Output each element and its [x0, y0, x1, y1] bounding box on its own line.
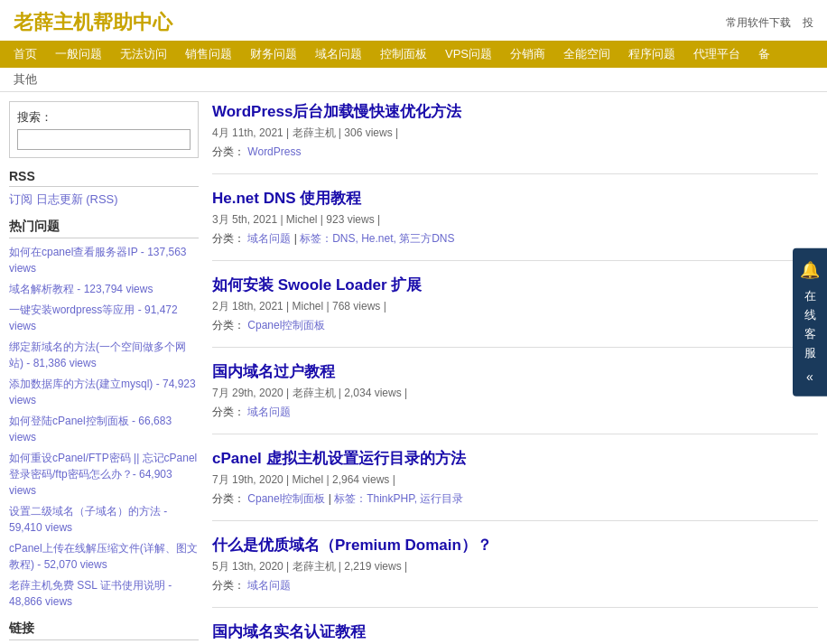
article: WordPress后台加载慢快速优化方法4月 11th, 2021 | 老薛主机…	[212, 101, 818, 174]
article: 如何安装 Swoole Loader 扩展2月 18th, 2021 | Mic…	[212, 275, 818, 348]
nav-item[interactable]: 一般问题	[46, 41, 111, 68]
article-title: cPanel 虚拟主机设置运行目录的方法	[212, 448, 818, 469]
hot-item-link[interactable]: cPanel上传在线解压缩文件(详解、图文教程) - 52,070 views	[9, 542, 198, 571]
nav-item[interactable]: 无法访问	[111, 41, 176, 68]
article-title: WordPress后台加载慢快速优化方法	[212, 101, 818, 122]
article-category: 分类： WordPress	[212, 145, 818, 160]
article: 国内域名实名认证教程5月 13th, 2020 | 老薛主机 | 4,857 v…	[212, 621, 818, 644]
article-title: 什么是优质域名（Premium Domain）？	[212, 535, 818, 555]
nav-item[interactable]: 财务问题	[241, 41, 306, 68]
hot-item-link[interactable]: 如何在cpanel查看服务器IP - 137,563 views	[9, 246, 187, 275]
hot-item: 如何在cpanel查看服务器IP - 137,563 views	[9, 244, 199, 276]
subnav-other-link[interactable]: 其他	[14, 72, 37, 86]
article-meta: 7月 19th, 2020 | Michel | 2,964 views |	[212, 472, 818, 488]
article-title-link[interactable]: WordPress后台加载慢快速优化方法	[212, 103, 461, 120]
header-links: 常用软件下载 投	[717, 15, 813, 31]
cat-link[interactable]: Cpanel控制面板	[247, 319, 325, 331]
article-meta: 2月 18th, 2021 | Michel | 768 views |	[212, 299, 818, 314]
nav-item[interactable]: 全能空间	[554, 41, 619, 68]
links-title: 链接	[9, 621, 199, 640]
article-category: 分类： Cpanel控制面板	[212, 318, 818, 333]
article-category: 分类： 域名问题	[212, 578, 818, 593]
rss-link: 订阅 日志更新 (RSS)	[9, 191, 199, 208]
bell-icon: 🔔	[797, 257, 822, 283]
article: 什么是优质域名（Premium Domain）？5月 13th, 2020 | …	[212, 535, 818, 608]
hot-item-link[interactable]: 添加数据库的方法(建立mysql) - 74,923 views	[9, 378, 196, 406]
nav-item[interactable]: 代理平台	[684, 41, 749, 68]
article-meta: 7月 29th, 2020 | 老薛主机 | 2,034 views |	[212, 386, 818, 401]
hot-item: 老薛主机免费 SSL 证书使用说明 - 48,866 views	[9, 577, 199, 610]
subnav: 其他	[0, 68, 827, 92]
rss-section: RSS 订阅 日志更新 (RSS)	[9, 169, 199, 208]
tags-label: 标签：	[334, 492, 367, 505]
article: He.net DNS 使用教程3月 5th, 2021 | Michel | 9…	[212, 188, 818, 261]
search-section: 搜索：	[9, 101, 199, 158]
article-title: He.net DNS 使用教程	[212, 188, 818, 209]
tags-value: ThinkPHP, 运行目录	[367, 492, 463, 505]
article-meta: 3月 5th, 2021 | Michel | 923 views |	[212, 212, 818, 228]
hot-item-link[interactable]: 如何登陆cPanel控制面板 - 66,683 views	[9, 415, 172, 443]
collapse-arrow-icon: «	[797, 367, 822, 387]
hot-item-link[interactable]: 设置二级域名（子域名）的方法 - 59,410 views	[9, 505, 167, 534]
nav-item[interactable]: 销售问题	[176, 41, 241, 68]
nav-item[interactable]: 备	[749, 41, 779, 68]
navbar: 首页一般问题无法访问销售问题财务问题域名问题控制面板VPS问题分销商全能空间程序…	[0, 41, 827, 68]
float-customer-service[interactable]: 🔔 在线客服 «	[793, 247, 827, 396]
article-title: 国内域名过户教程	[212, 361, 818, 382]
software-download-link[interactable]: 常用软件下载	[726, 16, 791, 29]
rss-title: RSS	[9, 169, 199, 187]
main-layout: 搜索： RSS 订阅 日志更新 (RSS) 热门问题 如何在cpanel查看服务…	[0, 92, 827, 644]
article-title-link[interactable]: 什么是优质域名（Premium Domain）？	[212, 537, 492, 554]
hot-item-link[interactable]: 域名解析教程 - 123,794 views	[9, 283, 153, 295]
nav-item[interactable]: 分销商	[501, 41, 554, 68]
cat-link[interactable]: 域名问题	[247, 232, 291, 245]
article-title-link[interactable]: 国内域名实名认证教程	[212, 623, 366, 640]
nav-item[interactable]: 域名问题	[306, 41, 371, 68]
tags-label: 标签：	[300, 232, 332, 245]
hot-item: cPanel上传在线解压缩文件(详解、图文教程) - 52,070 views	[9, 540, 199, 573]
article-title-link[interactable]: 国内域名过户教程	[212, 363, 335, 380]
article-title-link[interactable]: 如何安装 Swoole Loader 扩展	[212, 276, 422, 294]
contribute-link[interactable]: 投	[803, 16, 813, 29]
hot-section-title: 热门问题	[9, 219, 199, 238]
cat-link[interactable]: Cpanel控制面板	[247, 492, 325, 505]
article-title-link[interactable]: cPanel 虚拟主机设置运行目录的方法	[212, 450, 466, 467]
header: 老薛主机帮助中心 常用软件下载 投	[0, 0, 827, 41]
site-title: 老薛主机帮助中心	[14, 9, 172, 36]
hot-items-list: 如何在cpanel查看服务器IP - 137,563 views域名解析教程 -…	[9, 244, 199, 610]
hot-item: 如何登陆cPanel控制面板 - 66,683 views	[9, 413, 199, 445]
hot-item: 添加数据库的方法(建立mysql) - 74,923 views	[9, 376, 199, 408]
hot-item-link[interactable]: 一键安装wordpress等应用 - 91,472 views	[9, 303, 178, 332]
cs-text: 在线客服	[804, 289, 816, 359]
articles-list: WordPress后台加载慢快速优化方法4月 11th, 2021 | 老薛主机…	[212, 101, 818, 644]
article-meta: 5月 13th, 2020 | 老薛主机 | 2,219 views |	[212, 559, 818, 574]
nav-item[interactable]: VPS问题	[436, 41, 501, 68]
cat-link[interactable]: 域名问题	[247, 579, 291, 592]
cat-link[interactable]: WordPress	[247, 145, 301, 158]
hot-item: 绑定新域名的方法(一个空间做多个网站) - 81,386 views	[9, 339, 199, 371]
hot-section: 热门问题 如何在cpanel查看服务器IP - 137,563 views域名解…	[9, 219, 199, 610]
article-category: 分类： Cpanel控制面板 | 标签：ThinkPHP, 运行目录	[212, 491, 818, 507]
hot-item: 设置二级域名（子域名）的方法 - 59,410 views	[9, 503, 199, 536]
article-title-link[interactable]: He.net DNS 使用教程	[212, 190, 361, 207]
sidebar: 搜索： RSS 订阅 日志更新 (RSS) 热门问题 如何在cpanel查看服务…	[9, 101, 199, 644]
hot-item-link[interactable]: 如何重设cPanel/FTP密码 || 忘记cPanel登录密码/ftp密码怎么…	[9, 452, 197, 497]
hot-item: 域名解析教程 - 123,794 views	[9, 281, 199, 297]
rss-subscribe-link[interactable]: 订阅 日志更新 (RSS)	[9, 192, 118, 206]
article-title: 如何安装 Swoole Loader 扩展	[212, 275, 818, 295]
cat-link[interactable]: 域名问题	[247, 406, 291, 418]
links-section: 链接	[9, 621, 199, 640]
nav-item[interactable]: 首页	[5, 41, 46, 68]
article: 国内域名过户教程7月 29th, 2020 | 老薛主机 | 2,034 vie…	[212, 361, 818, 434]
content-area: WordPress后台加载慢快速优化方法4月 11th, 2021 | 老薛主机…	[212, 101, 818, 644]
nav-item[interactable]: 程序问题	[619, 41, 684, 68]
article: cPanel 虚拟主机设置运行目录的方法7月 19th, 2020 | Mich…	[212, 448, 818, 521]
hot-item: 如何重设cPanel/FTP密码 || 忘记cPanel登录密码/ftp密码怎么…	[9, 450, 199, 499]
hot-item: 一键安装wordpress等应用 - 91,472 views	[9, 302, 199, 334]
hot-item-link[interactable]: 老薛主机免费 SSL 证书使用说明 - 48,866 views	[9, 579, 172, 608]
nav-item[interactable]: 控制面板	[371, 41, 436, 68]
hot-item-link[interactable]: 绑定新域名的方法(一个空间做多个网站) - 81,386 views	[9, 341, 186, 369]
search-input[interactable]	[17, 129, 190, 150]
article-category: 分类： 域名问题	[212, 405, 818, 420]
article-category: 分类： 域名问题 | 标签：DNS, He.net, 第三方DNS	[212, 231, 818, 247]
